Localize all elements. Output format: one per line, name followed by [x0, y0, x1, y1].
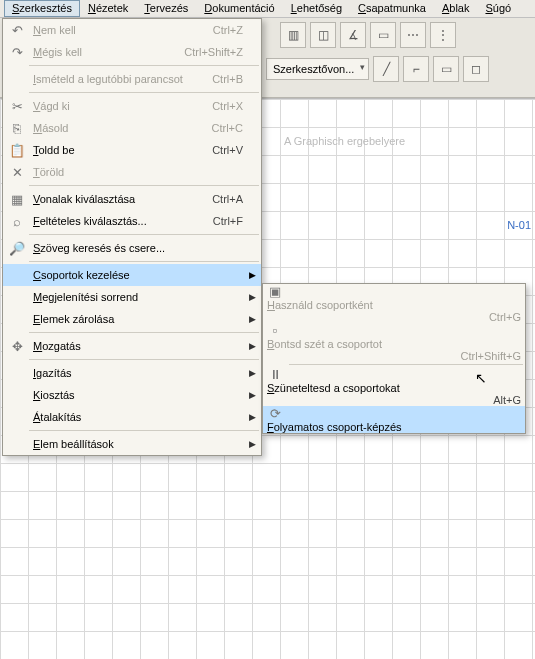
menu-distribute[interactable]: Kiosztás ▶	[3, 384, 261, 406]
menu-reshape[interactable]: Átalakítás ▶	[3, 406, 261, 428]
menu-display-order[interactable]: Megjelenítési sorrend ▶	[3, 286, 261, 308]
editor-chip[interactable]: Szerkesztővon...	[266, 58, 369, 80]
menu-groups[interactable]: Csoportok kezelése ▶	[3, 264, 261, 286]
tool-btn-2[interactable]: ◫	[310, 22, 336, 48]
menu-lehetoseg[interactable]: Lehetőség	[283, 0, 350, 17]
menu-conditional-select[interactable]: ⌕ Feltételes kiválasztás... Ctrl+F	[3, 210, 261, 232]
menu-paste[interactable]: 📋 Toldd be Ctrl+V	[3, 139, 261, 161]
menu-tervezes[interactable]: Tervezés	[136, 0, 196, 17]
undo-icon: ↶	[5, 19, 29, 41]
tool-step[interactable]: ⌐	[403, 56, 429, 82]
delete-icon: ✕	[5, 161, 29, 183]
menu-element-settings[interactable]: Elem beállítások ▶	[3, 433, 261, 455]
separator	[29, 234, 259, 235]
separator	[29, 261, 259, 262]
paste-icon: 📋	[5, 139, 29, 161]
menu-delete[interactable]: ✕ Töröld	[3, 161, 261, 183]
menu-find-replace[interactable]: 🔎 Szöveg keresés és csere...	[3, 237, 261, 259]
submenu-use-group[interactable]: ▣ Használd csoportként Ctrl+G	[263, 284, 525, 323]
tool-line[interactable]: ╱	[373, 56, 399, 82]
canvas-n-label: N-01	[507, 219, 531, 231]
tool-btn-4[interactable]: ▭	[370, 22, 396, 48]
autogroup-icon: ⟳	[263, 406, 287, 421]
tool-btn-1[interactable]: ▥	[280, 22, 306, 48]
move-icon: ✥	[5, 335, 29, 357]
menu-csapatmunka[interactable]: Csapatmunka	[350, 0, 434, 17]
tool-btn-6[interactable]: ⋮	[430, 22, 456, 48]
menu-sugo[interactable]: Súgó	[477, 0, 519, 17]
menubar: Szerkesztés Nézetek Tervezés Dokumentáci…	[0, 0, 535, 18]
submenu-suspend-groups[interactable]: ⏸ Szüneteltesd a csoportokat Alt+G	[263, 367, 525, 406]
suspend-icon: ⏸	[263, 367, 287, 382]
separator	[29, 65, 259, 66]
tool-btn-5[interactable]: ⋯	[400, 22, 426, 48]
separator	[29, 359, 259, 360]
menu-nezetek[interactable]: Nézetek	[80, 0, 136, 17]
separator	[289, 364, 523, 365]
menu-copy[interactable]: ⎘ Másold Ctrl+C	[3, 117, 261, 139]
find-select-icon: ⌕	[5, 210, 29, 232]
menu-cut[interactable]: ✂ Vágd ki Ctrl+X	[3, 95, 261, 117]
menu-align[interactable]: Igazítás ▶	[3, 362, 261, 384]
groups-submenu: ▣ Használd csoportként Ctrl+G ▫ Bontsd s…	[262, 283, 526, 434]
find-replace-icon: 🔎	[5, 237, 29, 259]
menu-repeat[interactable]: Ismételd a legutóbbi parancsot Ctrl+B	[3, 68, 261, 90]
group-icon: ▣	[263, 284, 287, 299]
copy-icon: ⎘	[5, 117, 29, 139]
separator	[29, 92, 259, 93]
tool-btn-3[interactable]: ∡	[340, 22, 366, 48]
menu-ablak[interactable]: Ablak	[434, 0, 478, 17]
canvas-ghost-text: A Graphisch ergebelyere	[284, 135, 405, 147]
select-all-icon: ▦	[5, 188, 29, 210]
menu-redo[interactable]: ↷ Mégis kell Ctrl+Shift+Z	[3, 41, 261, 63]
menu-lock-elements[interactable]: Elemek zárolása ▶	[3, 308, 261, 330]
redo-icon: ↷	[5, 41, 29, 63]
separator	[29, 430, 259, 431]
edit-menu: ↶ Nem kell Ctrl+Z ↷ Mégis kell Ctrl+Shif…	[2, 18, 262, 456]
ungroup-icon: ▫	[263, 323, 287, 338]
separator	[29, 185, 259, 186]
menu-move[interactable]: ✥ Mozgatás ▶	[3, 335, 261, 357]
menu-select-lines[interactable]: ▦ Vonalak kiválasztása Ctrl+A	[3, 188, 261, 210]
scissors-icon: ✂	[5, 95, 29, 117]
menu-szerkesztes[interactable]: Szerkesztés	[4, 0, 80, 17]
separator	[29, 332, 259, 333]
menu-dokumentacio[interactable]: Dokumentáció	[196, 0, 282, 17]
menu-undo[interactable]: ↶ Nem kell Ctrl+Z	[3, 19, 261, 41]
tool-box2[interactable]: ◻	[463, 56, 489, 82]
submenu-ungroup[interactable]: ▫ Bontsd szét a csoportot Ctrl+Shift+G	[263, 323, 525, 362]
submenu-continuous-group[interactable]: ⟳ Folyamatos csoport-képzés	[263, 406, 525, 433]
tool-box[interactable]: ▭	[433, 56, 459, 82]
